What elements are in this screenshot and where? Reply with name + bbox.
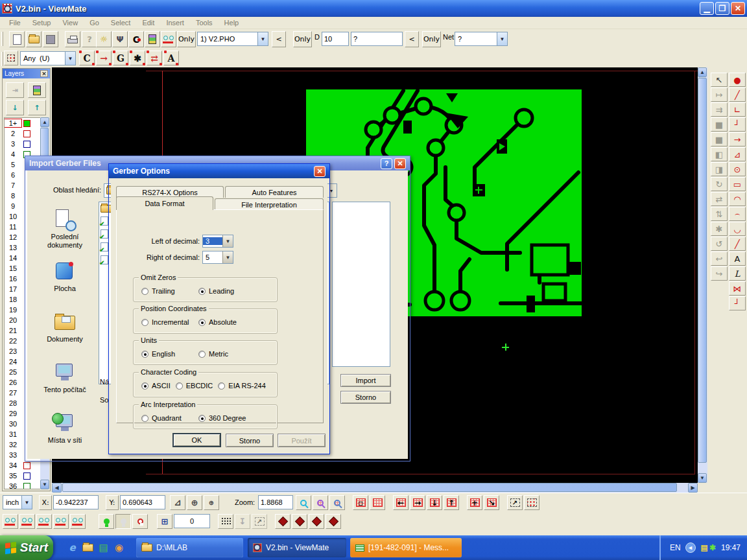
draw-corner-tool-button[interactable]: ∟ [729, 102, 746, 117]
draw-circle-tool-button[interactable]: ⊙ [729, 162, 746, 176]
rotate-copy-tool-button[interactable]: ↪ [711, 266, 728, 281]
rotate-tool-button[interactable]: ↻ [711, 177, 728, 191]
chevron-down-icon[interactable]: ▼ [21, 496, 32, 509]
anchor-button[interactable]: ↧ [235, 514, 250, 529]
stretch-select-button[interactable]: ↗ [507, 495, 523, 510]
layer-color-swatch[interactable] [23, 141, 30, 148]
dcode-a-button[interactable]: A [163, 51, 179, 65]
cancel-button[interactable]: Storno [340, 391, 391, 404]
right-of-decimal-combo[interactable]: 5 ▼ [202, 251, 233, 264]
y-coordinate-field[interactable]: 0.690643 [120, 495, 165, 509]
start-button[interactable]: Start [0, 535, 53, 560]
layer-colors-button[interactable] [145, 31, 160, 47]
gerber-file-icon[interactable] [101, 229, 108, 239]
draw-flash-tool-button[interactable]: ● [729, 73, 746, 87]
import-button[interactable]: Import [340, 374, 391, 387]
align-tool-button[interactable]: ⇅ [711, 207, 728, 221]
place-desktop[interactable]: Plocha [34, 261, 96, 293]
zoom-in-button[interactable] [296, 495, 311, 510]
layer-color-swatch[interactable] [23, 483, 30, 490]
chevron-down-icon[interactable]: ▼ [65, 52, 75, 65]
radio-icon[interactable] [218, 382, 225, 390]
pan-up-button[interactable]: ↑ [444, 495, 459, 510]
label-tool-button[interactable]: L [729, 266, 746, 281]
copy-items-tool-button[interactable]: ⇉ [711, 102, 728, 117]
gerber-options-titlebar[interactable]: Gerber Options ✕ [109, 164, 329, 178]
tab-auto-features[interactable]: Auto Features [225, 186, 324, 198]
bowtie-tool-button[interactable]: ⋈ [729, 281, 746, 296]
radio-icon[interactable] [141, 319, 148, 326]
only-dcode-button[interactable]: Only [293, 31, 312, 47]
radio-icon[interactable] [141, 288, 148, 295]
draw-triangle-tool-button[interactable]: ⊿ [729, 147, 746, 161]
aperture-info-button[interactable]: C [128, 31, 144, 47]
scroll-down-icon[interactable]: ▼ [40, 480, 49, 489]
view-flashes-button[interactable] [36, 514, 52, 529]
radio-ascii[interactable]: ASCII [141, 382, 171, 390]
new-file-button[interactable] [9, 31, 25, 47]
snap-grid-button[interactable] [218, 514, 233, 529]
chevron-down-icon[interactable]: ▼ [222, 235, 233, 247]
place-network[interactable]: Místa v síti [34, 413, 96, 445]
tab-data-format[interactable]: Data Format [116, 196, 213, 210]
radio-icon[interactable] [176, 382, 183, 390]
close-icon[interactable]: ✕ [40, 70, 48, 77]
dcode-g-button[interactable]: G [113, 51, 128, 65]
undo-tool-button[interactable]: ↺ [711, 237, 728, 251]
full-grid-button[interactable] [370, 495, 385, 510]
net-combo[interactable]: ? ▼ [455, 32, 508, 46]
y-label-button[interactable]: Y: [106, 495, 119, 510]
hook-tool-button[interactable]: ┘ [729, 296, 746, 310]
dcode-query-input[interactable]: ? [351, 32, 403, 46]
radio-incremental[interactable]: Incremental [141, 318, 198, 326]
view-lines-button[interactable] [19, 514, 35, 529]
highlight-off-button[interactable] [115, 514, 131, 529]
vertical-scrollbar[interactable]: ▲ ▼ [698, 67, 707, 483]
radio-360-degree[interactable]: 360 Degree [198, 414, 246, 422]
vscroll-thumb[interactable] [698, 78, 707, 463]
draw-bend-tool-button[interactable]: ┘ [729, 117, 746, 132]
move-to-point-tool-button[interactable]: ↦ [711, 88, 728, 102]
radio-icon[interactable] [198, 351, 206, 358]
draw-vector-tool-button[interactable]: → [729, 132, 746, 146]
radio-ebcdic[interactable]: EBCDIC [176, 382, 213, 390]
radio-metric[interactable]: Metric [198, 350, 228, 358]
save-file-button[interactable] [43, 31, 58, 47]
taskbar-button-0[interactable]: D:\MLAB [136, 538, 243, 557]
book-button[interactable]: ▤ [96, 540, 111, 555]
settings-tool-button[interactable]: ✱ [711, 222, 728, 236]
view-traces-button[interactable] [53, 514, 69, 529]
gerber-file-icon[interactable] [101, 216, 108, 226]
measure-tools-button[interactable]: Ψ [112, 31, 128, 47]
restore-button[interactable]: ❐ [715, 2, 729, 15]
chevron-down-icon[interactable]: ▼ [222, 251, 233, 263]
launch-folder-button[interactable] [80, 540, 95, 555]
dcode-c-button[interactable]: C [79, 51, 95, 65]
draw-line-tool-button[interactable]: ╱ [729, 88, 746, 102]
select-tool-button[interactable]: ↖ [711, 73, 728, 87]
layer-combo[interactable]: 1) V2.PHO ▼ [197, 32, 268, 46]
collapse-tray-icon[interactable]: ◄ [685, 542, 696, 553]
taskbar-button-1[interactable]: V2.bin - ViewMate [248, 538, 346, 557]
layer-color-swatch[interactable] [23, 130, 30, 137]
film-frame-button[interactable]: ▫ [353, 495, 368, 510]
fill-square2-tool-button[interactable]: ■ [711, 132, 728, 146]
layer-color-swatch[interactable] [23, 120, 30, 127]
menu-file[interactable]: File [4, 18, 26, 28]
print-button[interactable] [65, 31, 80, 47]
radio-english[interactable]: English [141, 350, 198, 358]
menu-tools[interactable]: Tools [191, 18, 218, 28]
flip-horizontal-tool-button[interactable]: ◧ [711, 147, 728, 161]
place-documents[interactable]: Dokumenty [34, 312, 96, 344]
menu-go[interactable]: Go [84, 18, 104, 28]
table-button[interactable]: ⊞ [157, 514, 172, 529]
dcode-dots-button[interactable] [4, 51, 18, 65]
pad-style2-button[interactable] [292, 514, 307, 529]
cancel-button[interactable]: Storno [226, 434, 274, 447]
context-help-button[interactable]: ? [82, 31, 97, 47]
selection-count-field[interactable]: 0 [174, 514, 210, 528]
place-my-computer[interactable]: Tento počítač [34, 362, 96, 394]
move-layer-up-button[interactable]: ↑ [28, 100, 46, 115]
radio-icon[interactable] [141, 415, 148, 422]
frame-resize-button[interactable]: + [467, 495, 482, 510]
